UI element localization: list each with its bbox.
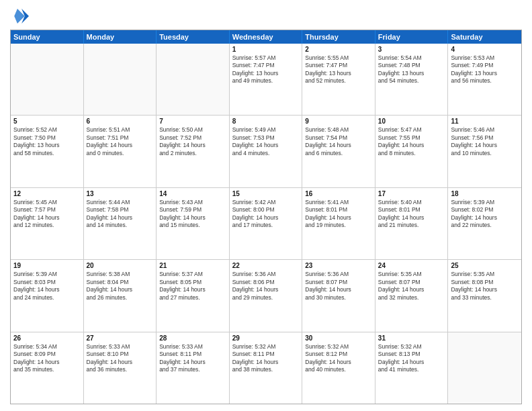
day-number: 23: [305, 262, 372, 269]
day-number: 30: [305, 334, 372, 342]
calendar: SundayMondayTuesdayWednesdayThursdayFrid…: [10, 30, 522, 404]
cell-info: Sunrise: 5:53 AM Sunset: 7:49 PM Dayligh…: [451, 54, 519, 85]
day-cell-7: 7Sunrise: 5:50 AM Sunset: 7:52 PM Daylig…: [157, 116, 230, 187]
cell-info: Sunrise: 5:44 AM Sunset: 7:58 PM Dayligh…: [87, 199, 154, 230]
day-number: 6: [87, 118, 154, 125]
cell-info: Sunrise: 5:48 AM Sunset: 7:54 PM Dayligh…: [305, 126, 372, 157]
day-number: 5: [13, 118, 81, 125]
calendar-row-3: 12Sunrise: 5:45 AM Sunset: 7:57 PM Dayli…: [11, 188, 521, 260]
day-cell-12: 12Sunrise: 5:45 AM Sunset: 7:57 PM Dayli…: [11, 188, 84, 259]
day-cell-23: 23Sunrise: 5:36 AM Sunset: 8:07 PM Dayli…: [302, 260, 375, 331]
day-cell-10: 10Sunrise: 5:47 AM Sunset: 7:55 PM Dayli…: [375, 116, 449, 187]
day-number: 17: [378, 190, 445, 197]
day-cell-1: 1Sunrise: 5:57 AM Sunset: 7:47 PM Daylig…: [230, 44, 303, 115]
day-number: 4: [451, 46, 519, 53]
cell-info: Sunrise: 5:54 AM Sunset: 7:48 PM Dayligh…: [378, 54, 445, 85]
day-cell-21: 21Sunrise: 5:37 AM Sunset: 8:05 PM Dayli…: [157, 260, 230, 331]
day-cell-29: 29Sunrise: 5:32 AM Sunset: 8:11 PM Dayli…: [230, 332, 303, 404]
cell-info: Sunrise: 5:35 AM Sunset: 8:08 PM Dayligh…: [451, 271, 519, 302]
empty-cell: [448, 332, 521, 404]
day-number: 11: [451, 118, 519, 125]
day-number: 14: [159, 190, 226, 197]
cell-info: Sunrise: 5:52 AM Sunset: 7:50 PM Dayligh…: [13, 126, 81, 157]
calendar-row-4: 19Sunrise: 5:39 AM Sunset: 8:03 PM Dayli…: [11, 260, 521, 332]
day-cell-17: 17Sunrise: 5:40 AM Sunset: 8:01 PM Dayli…: [375, 188, 449, 259]
empty-cell: [157, 44, 230, 115]
empty-cell: [11, 44, 84, 115]
day-cell-14: 14Sunrise: 5:43 AM Sunset: 7:59 PM Dayli…: [157, 188, 230, 259]
cell-info: Sunrise: 5:32 AM Sunset: 8:13 PM Dayligh…: [378, 343, 445, 374]
day-number: 22: [232, 262, 300, 269]
calendar-row-5: 26Sunrise: 5:34 AM Sunset: 8:09 PM Dayli…: [11, 332, 521, 404]
header-day-wednesday: Wednesday: [230, 30, 303, 44]
cell-info: Sunrise: 5:55 AM Sunset: 7:47 PM Dayligh…: [305, 54, 372, 85]
day-cell-15: 15Sunrise: 5:42 AM Sunset: 8:00 PM Dayli…: [230, 188, 303, 259]
day-cell-30: 30Sunrise: 5:32 AM Sunset: 8:12 PM Dayli…: [302, 332, 375, 404]
day-cell-25: 25Sunrise: 5:35 AM Sunset: 8:08 PM Dayli…: [448, 260, 521, 331]
day-cell-11: 11Sunrise: 5:46 AM Sunset: 7:56 PM Dayli…: [448, 116, 521, 187]
day-cell-16: 16Sunrise: 5:41 AM Sunset: 8:01 PM Dayli…: [302, 188, 375, 259]
cell-info: Sunrise: 5:39 AM Sunset: 8:02 PM Dayligh…: [451, 199, 519, 230]
day-cell-8: 8Sunrise: 5:49 AM Sunset: 7:53 PM Daylig…: [230, 116, 303, 187]
cell-info: Sunrise: 5:33 AM Sunset: 8:10 PM Dayligh…: [87, 343, 154, 374]
cell-info: Sunrise: 5:39 AM Sunset: 8:03 PM Dayligh…: [13, 271, 81, 302]
day-number: 31: [378, 334, 445, 342]
header-day-tuesday: Tuesday: [157, 30, 230, 44]
cell-info: Sunrise: 5:41 AM Sunset: 8:01 PM Dayligh…: [305, 199, 372, 230]
day-number: 21: [159, 262, 226, 269]
day-number: 18: [451, 190, 519, 197]
cell-info: Sunrise: 5:57 AM Sunset: 7:47 PM Dayligh…: [232, 54, 300, 85]
header-day-sunday: Sunday: [11, 30, 84, 44]
day-cell-24: 24Sunrise: 5:35 AM Sunset: 8:07 PM Dayli…: [375, 260, 449, 331]
day-number: 9: [305, 118, 372, 125]
day-number: 1: [232, 46, 300, 53]
day-cell-2: 2Sunrise: 5:55 AM Sunset: 7:47 PM Daylig…: [302, 44, 375, 115]
calendar-row-2: 5Sunrise: 5:52 AM Sunset: 7:50 PM Daylig…: [11, 116, 521, 187]
cell-info: Sunrise: 5:36 AM Sunset: 8:06 PM Dayligh…: [232, 271, 300, 302]
day-number: 20: [87, 262, 154, 269]
day-number: 3: [378, 46, 445, 53]
day-cell-3: 3Sunrise: 5:54 AM Sunset: 7:48 PM Daylig…: [375, 44, 449, 115]
day-number: 15: [232, 190, 300, 197]
day-cell-22: 22Sunrise: 5:36 AM Sunset: 8:06 PM Dayli…: [230, 260, 303, 331]
day-cell-9: 9Sunrise: 5:48 AM Sunset: 7:54 PM Daylig…: [302, 116, 375, 187]
cell-info: Sunrise: 5:47 AM Sunset: 7:55 PM Dayligh…: [378, 126, 445, 157]
logo-icon: [10, 7, 29, 26]
cell-info: Sunrise: 5:34 AM Sunset: 8:09 PM Dayligh…: [13, 343, 81, 374]
cell-info: Sunrise: 5:38 AM Sunset: 8:04 PM Dayligh…: [87, 271, 154, 302]
day-number: 7: [159, 118, 226, 125]
cell-info: Sunrise: 5:32 AM Sunset: 8:12 PM Dayligh…: [305, 343, 372, 374]
cell-info: Sunrise: 5:32 AM Sunset: 8:11 PM Dayligh…: [232, 343, 300, 374]
day-cell-4: 4Sunrise: 5:53 AM Sunset: 7:49 PM Daylig…: [448, 44, 521, 115]
header-day-thursday: Thursday: [302, 30, 375, 44]
cell-info: Sunrise: 5:33 AM Sunset: 8:11 PM Dayligh…: [159, 343, 226, 374]
day-cell-19: 19Sunrise: 5:39 AM Sunset: 8:03 PM Dayli…: [11, 260, 84, 331]
day-cell-28: 28Sunrise: 5:33 AM Sunset: 8:11 PM Dayli…: [157, 332, 230, 404]
day-cell-27: 27Sunrise: 5:33 AM Sunset: 8:10 PM Dayli…: [84, 332, 157, 404]
day-number: 28: [159, 334, 226, 342]
header-day-friday: Friday: [375, 30, 449, 44]
day-cell-18: 18Sunrise: 5:39 AM Sunset: 8:02 PM Dayli…: [448, 188, 521, 259]
calendar-row-1: 1Sunrise: 5:57 AM Sunset: 7:47 PM Daylig…: [11, 44, 521, 116]
day-cell-31: 31Sunrise: 5:32 AM Sunset: 8:13 PM Dayli…: [375, 332, 449, 404]
empty-cell: [84, 44, 157, 115]
cell-info: Sunrise: 5:42 AM Sunset: 8:00 PM Dayligh…: [232, 199, 300, 230]
day-number: 13: [87, 190, 154, 197]
day-number: 27: [87, 334, 154, 342]
cell-info: Sunrise: 5:35 AM Sunset: 8:07 PM Dayligh…: [378, 271, 445, 302]
cell-info: Sunrise: 5:51 AM Sunset: 7:51 PM Dayligh…: [87, 126, 154, 157]
cell-info: Sunrise: 5:43 AM Sunset: 7:59 PM Dayligh…: [159, 199, 226, 230]
day-number: 25: [451, 262, 519, 269]
day-number: 16: [305, 190, 372, 197]
logo: [10, 7, 32, 26]
header-day-saturday: Saturday: [448, 30, 521, 44]
day-number: 12: [13, 190, 81, 197]
cell-info: Sunrise: 5:50 AM Sunset: 7:52 PM Dayligh…: [159, 126, 226, 157]
page: SundayMondayTuesdayWednesdayThursdayFrid…: [0, 0, 532, 411]
day-number: 8: [232, 118, 300, 125]
day-cell-26: 26Sunrise: 5:34 AM Sunset: 8:09 PM Dayli…: [11, 332, 84, 404]
day-cell-13: 13Sunrise: 5:44 AM Sunset: 7:58 PM Dayli…: [84, 188, 157, 259]
header-day-monday: Monday: [84, 30, 157, 44]
day-number: 10: [378, 118, 445, 125]
day-number: 26: [13, 334, 81, 342]
